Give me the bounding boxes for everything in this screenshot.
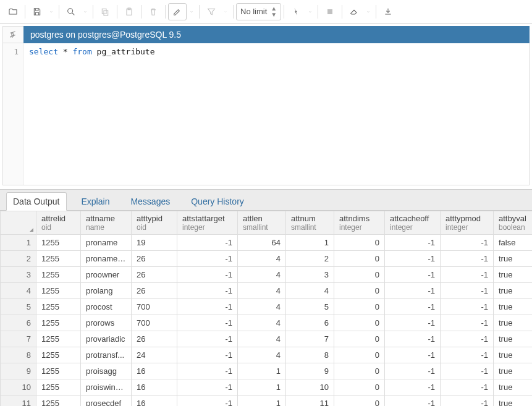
cell[interactable]: 3 — [286, 267, 334, 283]
column-header[interactable]: attcacheoffinteger — [385, 211, 441, 235]
cell[interactable]: -1 — [385, 267, 441, 283]
result-grid[interactable]: attrelidoidattnamenameatttypidoidattstat… — [0, 210, 532, 406]
column-header[interactable]: attnamename — [81, 211, 132, 235]
cell[interactable]: provariadic — [81, 331, 132, 347]
column-header[interactable]: attlensmallint — [238, 211, 286, 235]
row-limit-select[interactable]: No limit ▲▼ — [236, 3, 281, 20]
cell[interactable]: 26 — [132, 251, 177, 267]
cell[interactable]: 26 — [132, 283, 177, 299]
cell[interactable]: 700 — [132, 315, 177, 331]
cell[interactable]: -1 — [441, 363, 494, 379]
tab-data-output[interactable]: Data Output — [6, 192, 67, 211]
cell[interactable]: -1 — [177, 251, 238, 267]
cell[interactable]: 0 — [334, 251, 385, 267]
cell[interactable]: 1255 — [36, 267, 81, 283]
cell[interactable]: -1 — [385, 363, 441, 379]
cell[interactable]: 4 — [286, 283, 334, 299]
cell[interactable]: -1 — [441, 283, 494, 299]
filter-dropdown[interactable] — [221, 3, 230, 20]
cell[interactable]: -1 — [177, 395, 238, 407]
table-row[interactable]: 91255proisagg16-1190-1-1true — [1, 363, 533, 379]
cell[interactable]: -1 — [177, 347, 238, 363]
tab-messages[interactable]: Messages — [124, 193, 176, 210]
column-header[interactable]: atttypmodinteger — [441, 211, 494, 235]
column-header[interactable]: attnumsmallint — [286, 211, 334, 235]
table-row[interactable]: 111255prosecdef16-11110-1-1true — [1, 395, 533, 407]
row-number[interactable]: 11 — [1, 395, 36, 407]
cell[interactable]: 1 — [238, 379, 286, 395]
cell[interactable]: 64 — [238, 235, 286, 251]
cell[interactable]: -1 — [177, 299, 238, 315]
cell[interactable]: -1 — [177, 315, 238, 331]
cell[interactable]: 4 — [238, 347, 286, 363]
cell[interactable]: 0 — [334, 347, 385, 363]
code-area[interactable]: select * from pg_attribute — [24, 43, 529, 185]
cell[interactable]: 0 — [334, 267, 385, 283]
open-file-button[interactable] — [4, 3, 22, 20]
cell[interactable]: 7 — [286, 331, 334, 347]
cell[interactable]: true — [494, 267, 533, 283]
cell[interactable]: -1 — [441, 379, 494, 395]
cell[interactable]: prosecdef — [81, 395, 132, 407]
cell[interactable]: 2 — [286, 251, 334, 267]
row-header-corner[interactable] — [1, 211, 36, 235]
table-row[interactable]: 41255prolang26-1440-1-1true — [1, 283, 533, 299]
scratch-pad-icon[interactable] — [2, 26, 23, 43]
cell[interactable]: 4 — [238, 283, 286, 299]
cell[interactable]: 4 — [238, 331, 286, 347]
cell[interactable]: 4 — [238, 315, 286, 331]
cell[interactable]: protransf... — [81, 347, 132, 363]
cell[interactable]: true — [494, 363, 533, 379]
row-number[interactable]: 9 — [1, 363, 36, 379]
cell[interactable]: -1 — [441, 251, 494, 267]
cell[interactable]: 4 — [238, 267, 286, 283]
cell[interactable]: true — [494, 299, 533, 315]
save-button[interactable] — [28, 3, 46, 20]
cell[interactable]: 5 — [286, 299, 334, 315]
cell[interactable]: 16 — [132, 379, 177, 395]
cell[interactable]: 11 — [286, 395, 334, 407]
row-number[interactable]: 6 — [1, 315, 36, 331]
cell[interactable]: 10 — [286, 379, 334, 395]
row-number[interactable]: 7 — [1, 331, 36, 347]
row-number[interactable]: 4 — [1, 283, 36, 299]
cell[interactable]: 1255 — [36, 331, 81, 347]
cell[interactable]: true — [494, 283, 533, 299]
cell[interactable]: 1255 — [36, 363, 81, 379]
delete-button[interactable] — [144, 3, 163, 20]
edit-dropdown[interactable] — [187, 3, 196, 20]
cell[interactable]: 8 — [286, 347, 334, 363]
cell[interactable]: -1 — [177, 331, 238, 347]
cell[interactable]: 26 — [132, 267, 177, 283]
sql-editor[interactable]: 1 select * from pg_attribute — [2, 43, 530, 185]
cell[interactable]: 9 — [286, 363, 334, 379]
cell[interactable]: proowner — [81, 267, 132, 283]
cell[interactable]: proiswind... — [81, 379, 132, 395]
cell[interactable]: 24 — [132, 347, 177, 363]
column-header[interactable]: atttypidoid — [132, 211, 177, 235]
find-dropdown[interactable] — [80, 3, 90, 20]
cell[interactable]: 0 — [334, 363, 385, 379]
cell[interactable]: -1 — [441, 267, 494, 283]
connection-title[interactable]: postgres on postgres@PostgreSQL 9.5 — [23, 26, 530, 43]
cell[interactable]: 0 — [334, 283, 385, 299]
cell[interactable]: prorows — [81, 315, 132, 331]
cell[interactable]: -1 — [385, 379, 441, 395]
clear-dropdown[interactable] — [363, 3, 373, 20]
cell[interactable]: true — [494, 379, 533, 395]
table-row[interactable]: 21255pronames...26-1420-1-1true — [1, 251, 533, 267]
cell[interactable]: 0 — [334, 379, 385, 395]
cell[interactable]: -1 — [441, 235, 494, 251]
cell[interactable]: 16 — [132, 395, 177, 407]
table-row[interactable]: 101255proiswind...16-11100-1-1true — [1, 379, 533, 395]
table-row[interactable]: 51255procost700-1450-1-1true — [1, 299, 533, 315]
cell[interactable]: 1255 — [36, 283, 81, 299]
cell[interactable]: -1 — [441, 331, 494, 347]
download-button[interactable] — [379, 3, 397, 20]
cell[interactable]: -1 — [385, 395, 441, 407]
cell[interactable]: procost — [81, 299, 132, 315]
row-number[interactable]: 8 — [1, 347, 36, 363]
cell[interactable]: -1 — [177, 379, 238, 395]
column-header[interactable]: attstattargetinteger — [177, 211, 238, 235]
cell[interactable]: -1 — [177, 267, 238, 283]
